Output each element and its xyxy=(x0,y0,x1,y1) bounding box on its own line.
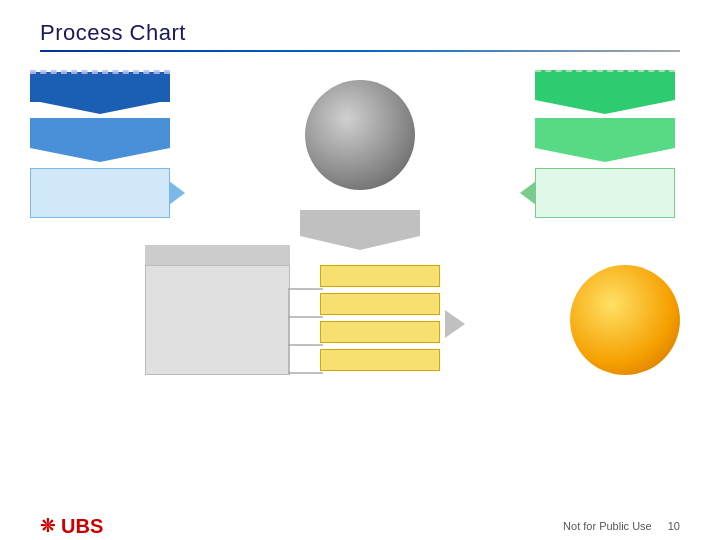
right-arrow-1 xyxy=(535,70,675,114)
ubs-snowflake-icon: ❊ xyxy=(40,515,55,537)
left-box xyxy=(30,168,170,218)
center-arrow-point xyxy=(300,236,420,250)
bottom-left-box xyxy=(145,265,290,375)
footer: ❊ UBS Not for Public Use 10 xyxy=(40,520,680,532)
orange-sphere xyxy=(570,265,680,375)
yellow-rect-1 xyxy=(320,265,440,287)
page-number: 10 xyxy=(668,520,680,532)
right-box xyxy=(535,168,675,218)
yellow-rect-4 xyxy=(320,349,440,371)
not-public-label: Not for Public Use xyxy=(563,520,652,532)
right-arrow-2-body xyxy=(535,118,675,148)
footer-logo-area: ❊ UBS xyxy=(40,515,103,538)
yellow-rect-2 xyxy=(320,293,440,315)
footer-right: Not for Public Use 10 xyxy=(563,520,680,532)
right-column xyxy=(535,70,690,218)
yellow-rect-3 xyxy=(320,321,440,343)
header-divider xyxy=(40,50,680,52)
stack-to-circle-arrow xyxy=(445,310,465,338)
header: Process Chart xyxy=(40,20,680,52)
left-column xyxy=(30,70,185,218)
ubs-logo: ❊ UBS xyxy=(40,515,103,538)
left-arrow-2-point xyxy=(30,148,170,162)
diagram-content xyxy=(30,70,690,490)
page-title: Process Chart xyxy=(40,20,680,46)
left-arrow-1-body xyxy=(30,72,170,102)
right-arrow-1-body xyxy=(535,70,675,100)
left-arrow-1 xyxy=(30,70,170,114)
left-arrow-2-body xyxy=(30,118,170,148)
center-sphere xyxy=(305,80,415,190)
bottom-gray-bar xyxy=(145,245,290,265)
yellow-rect-stack xyxy=(320,265,440,377)
right-arrow-2 xyxy=(535,118,675,162)
right-arrow-1-point xyxy=(535,100,675,114)
left-arrow-2 xyxy=(30,118,170,162)
center-down-arrow xyxy=(300,210,420,250)
left-arrow-1-point xyxy=(30,100,170,114)
right-arrow-2-point xyxy=(535,148,675,162)
center-arrow-body xyxy=(300,210,420,236)
ubs-logo-text: UBS xyxy=(61,515,103,538)
